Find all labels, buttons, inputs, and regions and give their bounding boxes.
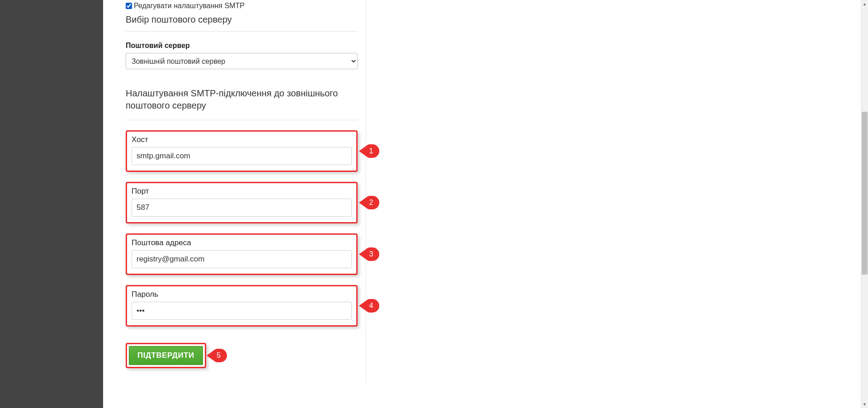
email-highlight: Поштова адреса 3 <box>126 233 358 275</box>
callout-2-number: 2 <box>359 195 380 210</box>
callout-5: 5 <box>207 348 227 363</box>
password-label: Пароль <box>132 290 352 299</box>
callout-3-number: 3 <box>359 247 380 261</box>
callout-1: 1 <box>359 144 380 158</box>
email-label: Поштова адреса <box>132 238 352 247</box>
callout-2: 2 <box>359 195 380 210</box>
edit-smtp-row: Редагувати налаштування SMTP <box>126 2 358 10</box>
mail-server-select[interactable]: Зовнішній поштовий сервер <box>126 53 358 69</box>
smtp-form-panel: Редагувати налаштування SMTP Вибір пошто… <box>118 0 366 382</box>
password-input[interactable] <box>132 302 352 320</box>
password-highlight: Пароль 4 <box>126 285 358 327</box>
callout-5-number: 5 <box>207 348 227 363</box>
scroll-thumb[interactable] <box>862 112 868 275</box>
section-title-smtp: Налаштування SMTP-підключення до зовнішн… <box>126 87 358 112</box>
mail-server-field: Поштовий сервер Зовнішній поштовий серве… <box>126 42 358 69</box>
callout-1-number: 1 <box>359 144 380 158</box>
divider <box>126 120 358 120</box>
callout-3: 3 <box>359 247 380 261</box>
submit-highlight: ПІДТВЕРДИТИ 5 <box>126 343 206 368</box>
callout-4: 4 <box>359 299 380 313</box>
edit-smtp-checkbox[interactable] <box>126 3 132 9</box>
port-input[interactable] <box>132 199 352 217</box>
scrollbar[interactable]: ▲ ▼ <box>861 0 868 408</box>
callout-4-number: 4 <box>359 299 380 313</box>
scroll-down-arrow-icon[interactable]: ▼ <box>861 400 868 408</box>
edit-smtp-label: Редагувати налаштування SMTP <box>134 2 245 10</box>
host-highlight: Хост 1 <box>126 130 358 172</box>
port-highlight: Порт 2 <box>126 182 358 223</box>
scroll-up-arrow-icon[interactable]: ▲ <box>861 0 868 8</box>
host-input[interactable] <box>132 147 352 165</box>
section-title-server-choice: Вибір поштового серверу <box>126 14 358 25</box>
sidebar <box>0 0 103 408</box>
submit-button[interactable]: ПІДТВЕРДИТИ <box>129 346 203 365</box>
email-input[interactable] <box>132 250 352 268</box>
host-label: Хост <box>132 135 352 144</box>
mail-server-label: Поштовий сервер <box>126 42 358 50</box>
main-area: Редагувати налаштування SMTP Вибір пошто… <box>103 0 868 408</box>
port-label: Порт <box>132 187 352 196</box>
divider <box>126 31 358 32</box>
